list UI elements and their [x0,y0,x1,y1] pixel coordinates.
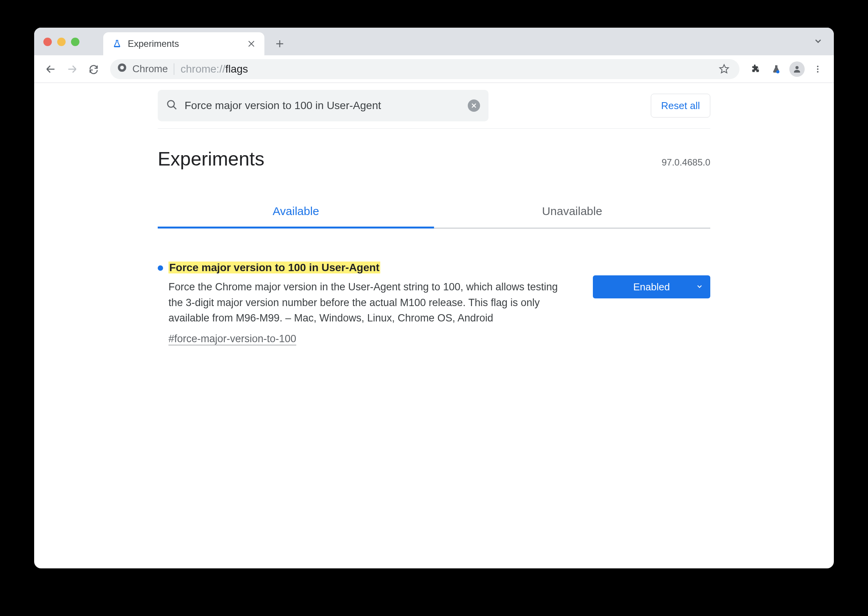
tabstrip: Experiments [103,28,289,55]
flask-icon [112,38,122,49]
site-chip-label: Chrome [132,63,168,75]
content: Reset all Experiments 97.0.4685.0 Availa… [34,83,834,568]
chevron-down-icon[interactable] [813,36,823,48]
extensions-icon[interactable] [747,61,764,78]
version-label: 97.0.4685.0 [662,157,710,168]
flag-entry: Force major version to 100 in User-Agent… [158,262,710,345]
site-chip: Chrome [117,63,168,75]
reset-all-button[interactable]: Reset all [651,94,710,118]
svg-point-6 [817,71,818,73]
main: Experiments 97.0.4685.0 Available Unavai… [158,129,710,345]
browser-tab[interactable]: Experiments [103,32,264,55]
traffic-lights [43,38,79,46]
tab-title: Experiments [128,38,241,49]
svg-point-1 [120,66,124,70]
new-tab-button[interactable] [271,35,289,53]
titlebar: Experiments [34,28,834,55]
star-icon[interactable] [716,61,733,78]
chevron-down-icon [696,281,703,293]
svg-point-2 [776,70,779,73]
url-text: chrome://flags [180,63,248,75]
menu-icon[interactable] [809,61,826,78]
profile-avatar[interactable] [789,61,805,78]
window-zoom-button[interactable] [71,38,79,46]
labs-icon[interactable] [768,61,785,78]
divider [174,63,174,75]
flag-anchor-link[interactable]: #force-major-version-to-100 [168,333,296,345]
tab-unavailable[interactable]: Unavailable [434,195,710,228]
svg-point-5 [817,68,818,70]
forward-button[interactable] [63,60,81,78]
window-minimize-button[interactable] [57,38,66,46]
flag-state-value: Enabled [633,281,670,293]
back-button[interactable] [42,60,59,78]
svg-point-7 [168,101,175,108]
flag-description: Force the Chrome major version in the Us… [168,279,572,326]
address-bar[interactable]: Chrome chrome://flags [110,59,739,79]
search-icon [166,99,178,112]
svg-point-3 [795,66,799,69]
clear-search-button[interactable] [468,99,480,112]
search-row: Reset all [158,83,710,129]
flag-title: Force major version to 100 in User-Agent [168,262,380,273]
flag-state-select[interactable]: Enabled [593,275,710,298]
toolbar: Chrome chrome://flags [34,55,834,83]
browser-window: Experiments [34,28,834,568]
reload-button[interactable] [85,60,102,78]
tab-available[interactable]: Available [158,195,434,228]
window-close-button[interactable] [43,38,52,46]
modified-indicator-icon [158,265,163,271]
url-prefix: chrome:// [180,63,225,75]
tabs: Available Unavailable [158,195,710,229]
page-title: Experiments [158,148,264,170]
chrome-icon [117,63,127,75]
search-input[interactable] [185,99,461,112]
svg-point-4 [817,66,818,67]
avatar-icon [789,61,805,77]
search-box [158,90,488,121]
close-icon[interactable] [246,38,257,49]
url-path: flags [225,63,248,75]
